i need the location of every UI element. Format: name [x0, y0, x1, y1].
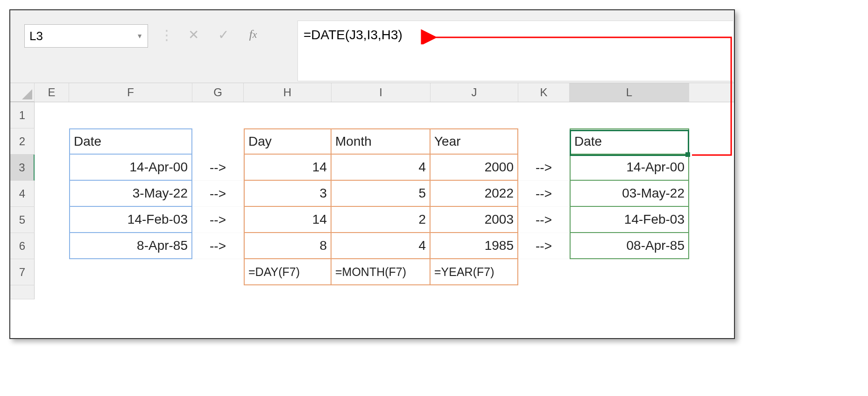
- row-header[interactable]: 4: [10, 181, 35, 207]
- cell[interactable]: Date: [570, 128, 689, 155]
- cell-arrow[interactable]: -->: [518, 233, 570, 259]
- confirm-icon[interactable]: ✓: [213, 24, 233, 45]
- cell[interactable]: [69, 102, 192, 128]
- col-header-active[interactable]: L: [570, 83, 689, 102]
- cell[interactable]: [35, 102, 69, 128]
- col-header[interactable]: K: [518, 83, 570, 102]
- cell[interactable]: 14-Feb-03: [570, 207, 689, 233]
- cell-arrow[interactable]: -->: [192, 233, 244, 259]
- cancel-icon[interactable]: ✕: [183, 24, 204, 45]
- cell[interactable]: [192, 285, 244, 299]
- cell[interactable]: Year: [430, 128, 518, 155]
- cell[interactable]: [35, 128, 69, 155]
- cell[interactable]: [192, 128, 244, 155]
- cell[interactable]: [35, 181, 69, 207]
- cell-active[interactable]: 14-Apr-00: [570, 155, 689, 181]
- separator-icon: ⋮: [160, 27, 174, 43]
- cell[interactable]: 8: [244, 233, 332, 259]
- cell[interactable]: [192, 102, 244, 128]
- cell-arrow[interactable]: -->: [192, 207, 244, 233]
- cell[interactable]: [430, 102, 518, 128]
- cell[interactable]: [35, 285, 69, 299]
- cell[interactable]: [332, 102, 430, 128]
- formula-input[interactable]: =DATE(J3,I3,H3): [297, 21, 733, 81]
- cell-arrow[interactable]: -->: [192, 155, 244, 181]
- cell[interactable]: 14-Feb-03: [69, 207, 192, 233]
- col-header[interactable]: E: [35, 83, 69, 102]
- cell[interactable]: 4: [332, 233, 430, 259]
- cell[interactable]: [35, 259, 69, 285]
- cell[interactable]: Day: [244, 128, 332, 155]
- formula-bar-buttons: ⋮ ✕ ✓ fx: [160, 24, 263, 45]
- cell[interactable]: 4: [332, 155, 430, 181]
- cell[interactable]: [35, 233, 69, 259]
- col-header[interactable]: G: [192, 83, 244, 102]
- cell[interactable]: [69, 285, 192, 299]
- cell[interactable]: [69, 259, 192, 285]
- cell[interactable]: 03-May-22: [570, 181, 689, 207]
- cell[interactable]: 14: [244, 155, 332, 181]
- cell[interactable]: [35, 155, 69, 181]
- select-all-triangle[interactable]: [10, 83, 35, 102]
- cell[interactable]: 14-Apr-00: [69, 155, 192, 181]
- formula-text: =DATE(J3,I3,H3): [303, 28, 402, 42]
- row-header[interactable]: 1: [10, 102, 35, 128]
- cell[interactable]: 3: [244, 181, 332, 207]
- cell[interactable]: 2022: [430, 181, 518, 207]
- cell[interactable]: [244, 285, 332, 299]
- col-header[interactable]: J: [430, 83, 518, 102]
- row-header[interactable]: 6: [10, 233, 35, 259]
- name-box[interactable]: L3 ▼: [24, 24, 148, 48]
- cell[interactable]: 08-Apr-85: [570, 233, 689, 259]
- grid-rows: 1 2 Date Day Month Year Date 3 14-Apr-00…: [10, 102, 734, 299]
- cell[interactable]: =YEAR(F7): [430, 259, 518, 285]
- cell[interactable]: 1985: [430, 233, 518, 259]
- cell[interactable]: Date: [69, 128, 192, 155]
- cell[interactable]: [518, 128, 570, 155]
- cell[interactable]: 2: [332, 207, 430, 233]
- cell[interactable]: [430, 285, 518, 299]
- cell[interactable]: [518, 285, 570, 299]
- cell-arrow[interactable]: -->: [518, 207, 570, 233]
- row-header[interactable]: 7: [10, 259, 35, 285]
- cell[interactable]: 8-Apr-85: [69, 233, 192, 259]
- formula-bar-area: L3 ▼ ⋮ ✕ ✓ fx =DATE(J3,I3,H3): [10, 10, 734, 83]
- cell-arrow[interactable]: -->: [192, 181, 244, 207]
- cell[interactable]: 2003: [430, 207, 518, 233]
- cell[interactable]: [332, 285, 430, 299]
- cell[interactable]: [244, 102, 332, 128]
- cell[interactable]: 14: [244, 207, 332, 233]
- cell[interactable]: [518, 102, 570, 128]
- cell[interactable]: 3-May-22: [69, 181, 192, 207]
- row-header[interactable]: 2: [10, 128, 35, 155]
- cell[interactable]: Month: [332, 128, 430, 155]
- excel-window: L3 ▼ ⋮ ✕ ✓ fx =DATE(J3,I3,H3) E F G H I …: [9, 9, 735, 339]
- cell[interactable]: 2000: [430, 155, 518, 181]
- col-header[interactable]: F: [69, 83, 192, 102]
- cell[interactable]: =MONTH(F7): [332, 259, 430, 285]
- cell-arrow[interactable]: -->: [518, 155, 570, 181]
- name-box-value: L3: [29, 29, 43, 43]
- cell[interactable]: [35, 207, 69, 233]
- col-header[interactable]: H: [244, 83, 332, 102]
- column-headers: E F G H I J K L: [10, 83, 734, 102]
- row-header[interactable]: [10, 285, 35, 299]
- cell[interactable]: 5: [332, 181, 430, 207]
- col-header[interactable]: I: [332, 83, 430, 102]
- cell[interactable]: [192, 259, 244, 285]
- row-header[interactable]: 5: [10, 207, 35, 233]
- cell[interactable]: [570, 259, 689, 285]
- cell[interactable]: [570, 102, 689, 128]
- cell[interactable]: [518, 259, 570, 285]
- cell-arrow[interactable]: -->: [518, 181, 570, 207]
- row-header-active[interactable]: 3: [10, 155, 35, 181]
- chevron-down-icon[interactable]: ▼: [136, 32, 143, 40]
- cell[interactable]: [570, 285, 689, 299]
- cell[interactable]: =DAY(F7): [244, 259, 332, 285]
- fx-icon[interactable]: fx: [243, 24, 263, 45]
